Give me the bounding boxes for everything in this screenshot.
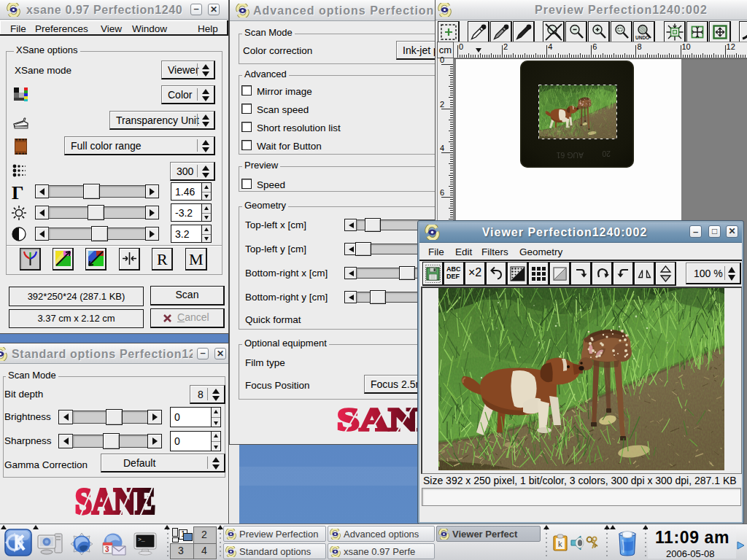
svg-text:20: 20 [602, 149, 611, 158]
svg-text:AUG 61: AUG 61 [556, 151, 584, 160]
svg-text:>_: >_ [138, 536, 145, 542]
svg-text:k: k [558, 540, 562, 548]
svg-text:UNDO: UNDO [635, 35, 649, 40]
svg-text:3: 3 [105, 545, 109, 553]
